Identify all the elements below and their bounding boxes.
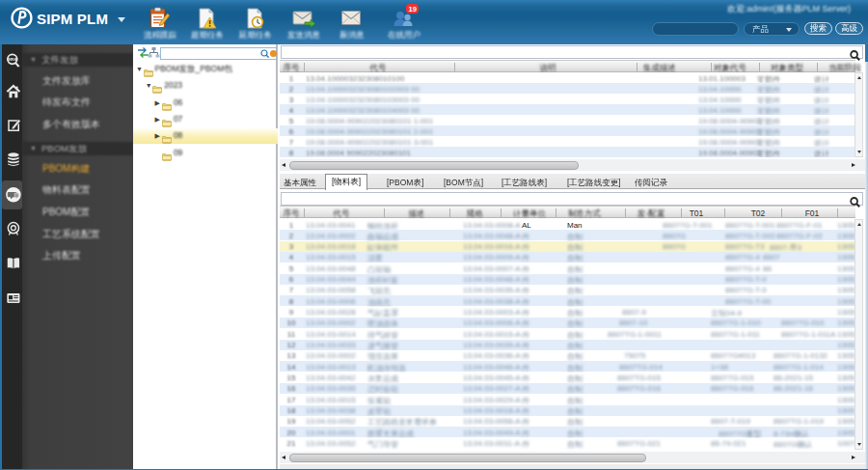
- svg-text:GUID: GUID: [9, 58, 15, 62]
